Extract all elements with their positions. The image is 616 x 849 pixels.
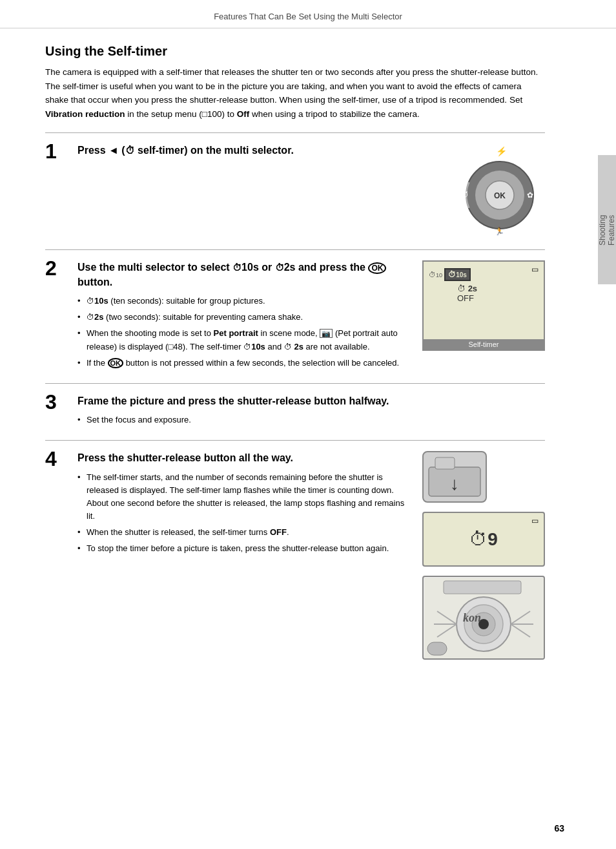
shutter-image: ↓: [422, 451, 487, 503]
header-title: Features That Can Be Set Using the Multi…: [214, 12, 402, 21]
svg-text:kon: kon: [463, 611, 481, 624]
step4-images: ↓ ▭ ⏱9: [422, 451, 545, 660]
timer-lcd: ▭ ⏱9: [422, 512, 545, 567]
lcd-options: ⏱ 2s OFF: [457, 284, 539, 303]
bullet-10s: ⏱10s (ten seconds): suitable for group p…: [77, 295, 402, 308]
step-4: 4 Press the shutter-release button all t…: [45, 441, 545, 670]
step3-title: Frame the picture and press the shutter-…: [77, 394, 545, 408]
page-header: Features That Can Be Set Using the Multi…: [0, 0, 616, 28]
page-number: 63: [554, 823, 564, 833]
svg-rect-9: [435, 457, 455, 469]
bullet-pet-portrait: When the shooting mode is set to Pet por…: [77, 327, 402, 353]
timer-display: ⏱9: [469, 529, 498, 550]
bullet-2s: ⏱2s (two seconds): suitable for preventi…: [77, 311, 402, 324]
sidebar-label: Shooting Features: [598, 194, 616, 246]
svg-text:⚡: ⚡: [496, 147, 508, 157]
step4-content: Press the shutter-release button all the…: [77, 451, 545, 660]
intro-paragraph: The camera is equipped with a self-timer…: [45, 65, 545, 121]
step1-number: 1: [45, 141, 71, 239]
svg-text:OK: OK: [494, 191, 506, 200]
step1-content: Press ◄ (⏱ self-timer) on the multi sele…: [77, 143, 545, 239]
svg-text:↓: ↓: [450, 474, 459, 494]
lcd-panel-container: ▭ ⏱10 ⏱10s ⏱ 2s OFF Self-timer: [412, 260, 545, 372]
step2-number: 2: [45, 258, 71, 372]
step-3: 3 Frame the picture and press the shutte…: [45, 384, 545, 441]
step4-text: Press the shutter-release button all the…: [77, 451, 412, 660]
step2-text: Use the multi selector to select ⏱10s or…: [77, 260, 402, 372]
intro-text-2: in the setup menu (: [125, 109, 202, 119]
step1-title: Press ◄ (⏱ self-timer) on the multi sele…: [77, 143, 435, 158]
intro-text-4: when using a tripod to stabilize the cam…: [249, 109, 419, 119]
multi-selector-svg: ⚡ OK ⏱ ✿ 🏃: [455, 147, 545, 237]
timer-battery-icon: ▭: [531, 516, 539, 525]
step2-bullets: ⏱10s (ten seconds): suitable for group p…: [77, 295, 402, 370]
step4-row: Press the shutter-release button all the…: [77, 451, 545, 660]
nikon-panel: kon: [422, 576, 545, 660]
lcd-opt-off: OFF: [457, 293, 539, 303]
lcd-selected-icon: ⏱10s: [444, 268, 471, 281]
lcd-panel: ▭ ⏱10 ⏱10s ⏱ 2s OFF Self-timer: [422, 260, 545, 351]
lcd-panel-label: Self-timer: [424, 339, 544, 350]
intro-text-1: The camera is equipped with a self-timer…: [45, 67, 538, 105]
step1-text: Press ◄ (⏱ self-timer) on the multi sele…: [77, 143, 435, 239]
step4-bullet-3: To stop the timer before a picture is ta…: [77, 542, 412, 555]
step2-content: Use the multi selector to select ⏱10s or…: [77, 260, 545, 372]
step3-content: Frame the picture and press the shutter-…: [77, 394, 545, 430]
intro-text-3: ) to: [222, 109, 237, 119]
step-2: 2 Use the multi selector to select ⏱10s …: [45, 250, 545, 383]
step4-title: Press the shutter-release button all the…: [77, 451, 412, 465]
step-1: 1 Press ◄ (⏱ self-timer) on the multi se…: [45, 133, 545, 250]
svg-text:⏱: ⏱: [460, 189, 469, 200]
sidebar-tab: Shooting Features: [598, 155, 616, 284]
step4-bullets: The self-timer starts, and the number of…: [77, 471, 412, 556]
svg-rect-12: [444, 581, 521, 594]
intro-ref: □100: [202, 109, 222, 119]
step2-title: Use the multi selector to select ⏱10s or…: [77, 260, 402, 289]
main-content: Using the Self-timer The camera is equip…: [0, 28, 616, 686]
battery-icon: ▭: [531, 265, 539, 274]
intro-off: Off: [237, 109, 250, 119]
bullet-cancel: If the OK button is not pressed within a…: [77, 357, 402, 370]
lcd-timer-small: ⏱10: [429, 271, 442, 278]
step3-bullet-1: Set the focus and exposure.: [77, 414, 545, 426]
multi-selector-diagram: ⚡ OK ⏱ ✿ 🏃: [455, 147, 545, 239]
step4-number: 4: [45, 448, 71, 660]
step2-row: Use the multi selector to select ⏱10s or…: [77, 260, 545, 372]
shutter-svg: ↓: [426, 454, 484, 499]
lcd-opt-2s: ⏱ 2s: [457, 284, 539, 293]
lcd-icons-row: ⏱10 ⏱10s: [429, 268, 539, 281]
section-title: Using the Self-timer: [45, 44, 545, 59]
step4-bullet-2: When the shutter is released, the self-t…: [77, 526, 412, 539]
svg-text:🏃: 🏃: [495, 226, 504, 236]
nikon-svg: kon: [424, 578, 544, 658]
intro-bold: Vibration reduction: [45, 109, 125, 119]
step3-number: 3: [45, 392, 71, 430]
svg-rect-24: [427, 642, 447, 655]
step4-bullet-1: The self-timer starts, and the number of…: [77, 471, 412, 523]
step3-bullets: Set the focus and exposure.: [77, 414, 545, 426]
svg-text:✿: ✿: [527, 191, 533, 200]
